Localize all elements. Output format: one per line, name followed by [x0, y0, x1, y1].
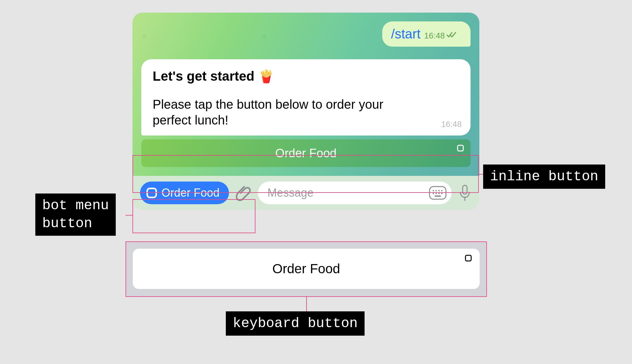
svg-point-4 — [436, 190, 437, 192]
keyboard-toggle-icon[interactable] — [429, 186, 447, 200]
svg-point-3 — [433, 190, 434, 192]
keyboard-button[interactable]: Order Food — [132, 248, 480, 289]
annotation-connector — [306, 297, 307, 312]
svg-rect-12 — [463, 185, 467, 194]
annotation-label-keyboard: keyboard button — [226, 311, 365, 336]
bot-menu-button-label: Order Food — [161, 186, 219, 199]
svg-rect-2 — [430, 187, 446, 199]
message-input-wrap — [258, 182, 452, 204]
svg-point-7 — [433, 193, 434, 194]
webapp-icon — [465, 254, 472, 262]
inline-button-row: Order Food — [141, 139, 471, 176]
command-link[interactable]: /start — [391, 26, 420, 42]
message-title: Let's get started 🍟 — [153, 69, 459, 84]
message-time: 16:48 — [441, 119, 462, 129]
annotation-connector — [126, 215, 132, 216]
inline-button-label: Order Food — [275, 147, 336, 160]
svg-point-6 — [441, 190, 443, 192]
message-title-text: Let's get started — [153, 69, 255, 84]
input-bar: Order Food — [132, 176, 479, 210]
svg-rect-14 — [465, 255, 471, 261]
incoming-message[interactable]: Let's get started 🍟 Please tap the butto… — [141, 59, 471, 136]
webapp-icon — [457, 144, 464, 152]
outgoing-message[interactable]: /start 16:48 — [382, 21, 471, 47]
fries-icon: 🍟 — [258, 69, 274, 84]
message-meta: 16:48 — [424, 31, 457, 41]
keyboard-button-label: Order Food — [272, 261, 340, 276]
attach-icon[interactable] — [235, 185, 252, 201]
bot-menu-button[interactable]: Order Food — [140, 182, 229, 204]
svg-rect-0 — [458, 145, 463, 151]
keyboard-panel: Order Food — [126, 241, 487, 296]
read-check-icon — [447, 31, 457, 41]
svg-rect-11 — [435, 195, 441, 197]
webapp-icon — [146, 187, 158, 199]
inline-button[interactable]: Order Food — [141, 139, 471, 167]
svg-point-10 — [441, 193, 443, 194]
message-time: 16:48 — [424, 31, 445, 41]
annotation-label-inline: inline button — [483, 165, 605, 189]
chat-background: /start 16:48 Let's get started 🍟 Please … — [132, 13, 479, 176]
svg-point-8 — [436, 193, 437, 194]
chat-window: /start 16:48 Let's get started 🍟 Please … — [132, 13, 479, 210]
svg-point-9 — [438, 193, 440, 194]
microphone-icon[interactable] — [458, 184, 472, 202]
annotation-label-menu: bot menu button — [35, 194, 116, 236]
message-body: Please tap the button below to order you… — [153, 96, 459, 128]
svg-point-5 — [438, 190, 440, 192]
svg-rect-1 — [147, 188, 156, 198]
message-input[interactable] — [267, 186, 429, 199]
